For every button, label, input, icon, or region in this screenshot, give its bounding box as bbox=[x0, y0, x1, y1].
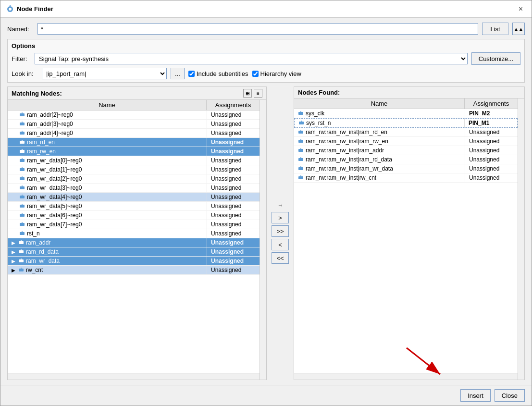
left-row-name-text: ram_wr_data[3]~reg0 bbox=[27, 185, 82, 191]
node-pin-icon bbox=[19, 194, 25, 200]
named-input[interactable] bbox=[37, 23, 478, 35]
svg-rect-7 bbox=[20, 132, 25, 135]
right-table-container: Name Assignments sys_clkPIN_M2sys_rst_nP… bbox=[294, 98, 518, 380]
right-table-row[interactable]: ram_rw:ram_rw_inst|ram_rw_enUnassigned bbox=[294, 137, 518, 146]
left-row-assignment: Unassigned bbox=[207, 247, 260, 256]
customize-button[interactable]: Customize... bbox=[471, 52, 520, 65]
close-button[interactable]: Close bbox=[495, 389, 525, 402]
left-horizontal-scrollbar[interactable] bbox=[8, 373, 260, 380]
left-row-name: ram_wr_data[1]~reg0 bbox=[8, 165, 207, 174]
expand-arrow-icon[interactable]: ▶ bbox=[12, 258, 15, 264]
right-table-row[interactable]: sys_clkPIN_M2 bbox=[294, 109, 518, 118]
right-row-name: ram_rw:ram_rw_inst|ram_wr_data bbox=[294, 164, 465, 173]
left-table-row[interactable]: ▶rw_cntUnassigned bbox=[8, 266, 260, 275]
right-name-col-header: Name bbox=[294, 98, 465, 109]
left-table-row[interactable]: ram_wr_data[2]~reg0Unassigned bbox=[8, 174, 260, 184]
move-all-button[interactable]: >> bbox=[272, 225, 289, 237]
left-table-row[interactable]: ram_wr_data[6]~reg0Unassigned bbox=[8, 211, 260, 220]
include-subentities-input[interactable] bbox=[188, 71, 195, 77]
right-row-name-text: ram_rw:ram_rw_inst|ram_rw_en bbox=[306, 138, 388, 145]
named-label: Named: bbox=[7, 25, 34, 33]
filter-select[interactable]: Signal Tap: pre-synthesis bbox=[35, 53, 468, 64]
right-panel-inner: Name Assignments sys_clkPIN_M2sys_rst_nP… bbox=[294, 98, 524, 380]
left-table-row[interactable]: ram_addr[4]~reg0Unassigned bbox=[8, 129, 260, 138]
left-table-row[interactable]: ram_addr[3]~reg0Unassigned bbox=[8, 120, 260, 129]
remove-all-button[interactable]: << bbox=[272, 252, 289, 264]
svg-rect-29 bbox=[20, 232, 25, 235]
left-row-name-text: ram_wr_data[6]~reg0 bbox=[27, 212, 82, 219]
left-table-row[interactable]: ram_rd_enUnassigned bbox=[8, 138, 260, 147]
list-view-icon[interactable]: ≡ bbox=[254, 89, 262, 98]
left-vertical-scrollbar[interactable] bbox=[260, 100, 266, 380]
right-table-row[interactable]: ram_rw:ram_rw_inst|ram_rd_dataUnassigned bbox=[294, 155, 518, 164]
grid-view-icon[interactable]: ⊞ bbox=[243, 89, 252, 98]
list-button[interactable]: List bbox=[482, 23, 508, 35]
left-table-row[interactable]: ram_wr_data[1]~reg0Unassigned bbox=[8, 165, 260, 174]
left-row-name-text: ram_wr_data[0]~reg0 bbox=[27, 157, 82, 164]
left-table-row[interactable]: ▶ram_wr_dataUnassigned bbox=[8, 257, 260, 266]
window-title: Node Finder bbox=[17, 5, 53, 12]
left-row-name: ram_rd_en bbox=[8, 138, 207, 147]
right-row-name: ram_rw:ram_rw_inst|rw_cnt bbox=[294, 173, 465, 182]
right-table-row[interactable]: ram_rw:ram_rw_inst|rw_cntUnassigned bbox=[294, 173, 518, 183]
left-row-name: ▶ram_rd_data bbox=[8, 247, 207, 256]
include-subentities-checkbox[interactable]: Include subentities bbox=[188, 70, 248, 77]
filter-label: Filter: bbox=[12, 55, 31, 62]
left-table-row[interactable]: ram_addr[2]~reg0Unassigned bbox=[8, 111, 260, 120]
expand-arrow-icon[interactable]: ▶ bbox=[12, 240, 15, 246]
left-row-name: ▶rw_cnt bbox=[8, 266, 207, 274]
left-table-row[interactable]: ram_wr_data[0]~reg0Unassigned bbox=[8, 156, 260, 165]
right-vertical-scrollbar[interactable] bbox=[518, 98, 524, 380]
left-table-row[interactable]: ▶ram_rd_dataUnassigned bbox=[8, 247, 260, 257]
left-row-name: ▶ram_addr bbox=[8, 238, 207, 247]
svg-rect-21 bbox=[20, 196, 25, 198]
svg-rect-33 bbox=[19, 250, 24, 253]
main-content: Named: List ▲▲ Options Filter: Signal Ta… bbox=[0, 18, 532, 385]
right-row-name: ram_rw:ram_rw_inst|ram_rw_en bbox=[294, 137, 465, 146]
right-row-name: ram_rw:ram_rw_inst|ram_rd_data bbox=[294, 155, 465, 164]
left-table-row[interactable]: rst_nUnassigned bbox=[8, 229, 260, 238]
left-row-assignment: Unassigned bbox=[207, 147, 260, 156]
title-bar-left: Node Finder bbox=[6, 5, 53, 13]
hierarchy-view-input[interactable] bbox=[252, 71, 259, 77]
expand-arrow-icon[interactable]: ▶ bbox=[12, 249, 15, 255]
node-pin-icon bbox=[19, 203, 25, 209]
lookin-select[interactable]: |ip_1port_ram| bbox=[42, 68, 167, 79]
left-row-name: rst_n bbox=[8, 229, 207, 238]
left-table-row[interactable]: ram_rw_enUnassigned bbox=[8, 147, 260, 156]
right-assignments-col-header: Assignments bbox=[465, 98, 518, 109]
options-group: Options Filter: Signal Tap: pre-synthesi… bbox=[7, 39, 525, 83]
insert-button[interactable]: Insert bbox=[460, 389, 491, 402]
right-table-body: sys_clkPIN_M2sys_rst_nPIN_M1ram_rw:ram_r… bbox=[294, 109, 518, 373]
window-close-button[interactable]: × bbox=[516, 4, 526, 14]
expand-arrow-icon[interactable]: ▶ bbox=[12, 268, 15, 273]
right-table-row[interactable]: ram_rw:ram_rw_inst|ram_rd_enUnassigned bbox=[294, 128, 518, 137]
browse-button[interactable]: ... bbox=[171, 68, 185, 79]
bottom-bar: Insert Close bbox=[0, 385, 532, 406]
hierarchy-view-checkbox[interactable]: Hierarchy view bbox=[252, 70, 301, 77]
node-pin-icon bbox=[19, 167, 25, 172]
left-table-row[interactable]: ram_wr_data[5]~reg0Unassigned bbox=[8, 202, 260, 211]
move-button[interactable]: > bbox=[272, 212, 289, 223]
remove-button[interactable]: < bbox=[272, 239, 289, 250]
left-row-name: ▶ram_wr_data bbox=[8, 257, 207, 265]
collapse-button[interactable]: ▲▲ bbox=[512, 23, 525, 35]
right-node-pin-icon bbox=[298, 175, 304, 181]
svg-rect-31 bbox=[19, 241, 24, 244]
hierarchy-view-label: Hierarchy view bbox=[260, 70, 301, 77]
left-row-name: ram_rw_en bbox=[8, 147, 207, 156]
matching-nodes-panel: Matching Nodes: ⊞ ≡ Name Assignments ram… bbox=[7, 86, 267, 380]
left-table-row[interactable]: ram_wr_data[7]~reg0Unassigned bbox=[8, 220, 260, 229]
matching-nodes-header: Matching Nodes: ⊞ ≡ bbox=[8, 87, 266, 100]
node-pin-icon bbox=[19, 139, 25, 145]
left-table-row[interactable]: ram_wr_data[4]~reg0Unassigned bbox=[8, 193, 260, 202]
right-table-row[interactable]: ram_rw:ram_rw_inst|ram_wr_dataUnassigned bbox=[294, 164, 518, 173]
left-name-col-header: Name bbox=[8, 100, 207, 110]
left-table-row[interactable]: ram_wr_data[3]~reg0Unassigned bbox=[8, 184, 260, 193]
right-table-row[interactable]: sys_rst_nPIN_M1 bbox=[294, 118, 518, 128]
panel-header-icons: ⊞ ≡ bbox=[243, 89, 262, 98]
left-table-row[interactable]: ▶ram_addrUnassigned bbox=[8, 238, 260, 247]
right-horizontal-scrollbar[interactable] bbox=[294, 373, 518, 380]
right-table-row[interactable]: ram_rw:ram_rw_inst|ram_addrUnassigned bbox=[294, 146, 518, 155]
left-row-assignment: Unassigned bbox=[207, 238, 260, 247]
